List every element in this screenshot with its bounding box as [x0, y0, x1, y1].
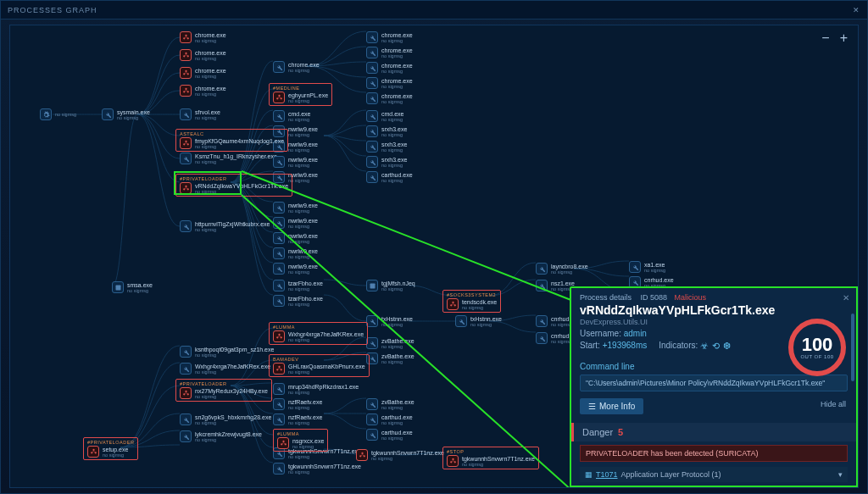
- process-node[interactable]: #SOCKS3SYSTEM2tendscdk.exeno sigmsg: [442, 290, 501, 313]
- gear-icon: [40, 108, 52, 120]
- score-value: 100: [802, 336, 833, 354]
- process-node[interactable]: chrome.exeno sigmsg: [366, 62, 413, 74]
- process-node[interactable]: #PRIVATELOADERsetup.exeno sigmsg: [83, 437, 138, 460]
- wrench-icon: [366, 62, 378, 74]
- haz-icon: [447, 298, 459, 310]
- close-icon[interactable]: ✕: [853, 6, 860, 14]
- wrench-icon: [366, 429, 378, 441]
- process-node[interactable]: mrup34hdRpRkzdrax1.exeno sigmsg: [273, 383, 359, 395]
- process-node[interactable]: nzfRaetv.exeno sigmsg: [273, 398, 322, 410]
- process-node[interactable]: txHstnn.exeno sigmsg: [455, 315, 502, 327]
- process-node[interactable]: chrome.exeno sigmsg: [366, 77, 413, 89]
- wrench-icon: [536, 315, 548, 327]
- process-node[interactable]: smsa.exeno sigmsg: [112, 281, 153, 293]
- process-node[interactable]: #LUMMAnsgrxcx.exeno sigmsg: [273, 429, 328, 452]
- wrench-icon: [273, 110, 285, 122]
- svg-rect-0: [115, 285, 120, 290]
- process-node[interactable]: chrome.exeno sigmsg: [180, 49, 226, 61]
- process-node[interactable]: #STOPtgkwunnhSnvwrn7T1nz.exeno sigmsg: [442, 447, 539, 469]
- zoom-in-button[interactable]: +: [840, 31, 848, 46]
- haz-icon: [356, 449, 368, 461]
- process-node[interactable]: sysmain.exeno sigmsg: [102, 108, 150, 120]
- wrench-icon: [180, 363, 192, 375]
- haz-icon: [180, 49, 192, 61]
- process-node[interactable]: chrome.exeno sigmsg: [180, 67, 226, 79]
- process-node[interactable]: tzarFbho.exeno sigmsg: [273, 280, 323, 291]
- process-node[interactable]: chrome.exeno sigmsg: [366, 31, 413, 43]
- graph-canvas[interactable]: − + no sigmsgsysmain.exeno sigmsgchrome.…: [9, 25, 859, 488]
- process-node[interactable]: tgkwunnhSnvwrn7T1nz.exeno sigmsg: [273, 463, 361, 475]
- process-node[interactable]: chrome.exeno sigmsg: [366, 92, 413, 104]
- process-node[interactable]: nwrlw9.exeno sigmsg: [273, 247, 318, 259]
- mitre-id[interactable]: T1071: [596, 470, 618, 479]
- process-node[interactable]: chrome.exeno sigmsg: [366, 47, 413, 58]
- process-node[interactable]: cmd.exeno sigmsg: [273, 110, 310, 122]
- scrollbar-thumb[interactable]: [851, 314, 854, 381]
- process-node[interactable]: nwrlw9.exeno sigmsg: [273, 202, 318, 214]
- process-node[interactable]: chrome.exeno sigmsg: [180, 31, 226, 43]
- process-node[interactable]: carthud.exeno sigmsg: [366, 414, 413, 425]
- wrench-icon: [366, 110, 378, 122]
- wrench-icon: [536, 332, 548, 344]
- chevron-down-icon: ▾: [838, 470, 843, 479]
- process-node[interactable]: ksnthpoqt09gat3pm_sz1h.exeno sigmsg: [180, 346, 274, 358]
- commandline-value[interactable]: "C:\Users\admin\Pictures\Minor Policy\vR…: [580, 375, 848, 391]
- haz-icon: [273, 92, 285, 103]
- threat-score-ring: 100 OUT OF 100: [788, 319, 846, 376]
- process-node[interactable]: #PRIVATELOADERvRNddZqIkwaYVpHLFkGcr1Tk.e…: [175, 174, 292, 197]
- process-node[interactable]: #MEDLINEeghyurnPL.exeno sigmsg: [269, 83, 332, 106]
- process-node[interactable]: nwrlw9.exeno sigmsg: [273, 217, 318, 229]
- wrench-icon: [273, 156, 285, 168]
- matrix-icon: ▦: [585, 470, 593, 479]
- process-node[interactable]: httpurnvlTigZxjWhtkubrx.exeno sigmsg: [180, 220, 270, 232]
- process-node[interactable]: chrome.exeno sigmsg: [273, 61, 320, 73]
- process-node[interactable]: zvBathe.exeno sigmsg: [366, 337, 415, 349]
- process-node[interactable]: nwrlw9.exeno sigmsg: [273, 263, 318, 275]
- process-node[interactable]: xa1.exeno sigmsg: [629, 261, 665, 273]
- process-node[interactable]: lykcremhkZrewjvugt8.exeno sigmsg: [180, 430, 262, 442]
- wrench-icon: [366, 77, 378, 89]
- process-node[interactable]: sn2g6vpkS_hbxkmrhg28.exeno sigmsg: [180, 414, 271, 425]
- wrench-icon: [536, 263, 548, 275]
- process-node[interactable]: sfrvol.exeno sigmsg: [180, 108, 220, 120]
- process-node[interactable]: srxh3.exeno sigmsg: [366, 156, 407, 168]
- process-node[interactable]: zvBathe.exeno sigmsg: [366, 352, 415, 364]
- process-node[interactable]: txHstnn.exeno sigmsg: [366, 315, 413, 327]
- haz-icon: [180, 387, 192, 399]
- process-node[interactable]: ASTEALCfmypKfGQaume4xmNuqdog1.exeno sigm…: [175, 129, 288, 152]
- wrench-icon: [102, 108, 114, 120]
- danger-section[interactable]: Danger5: [571, 423, 856, 441]
- process-node[interactable]: nwrlw9.exeno sigmsg: [273, 232, 318, 244]
- process-node[interactable]: srxh3.exeno sigmsg: [366, 141, 407, 153]
- mitre-row[interactable]: ▦ T1071 Application Layer Protocol (1) ▾: [580, 467, 848, 482]
- process-node[interactable]: KsmzTnu_h1g_IRknzysher.exeno sigmsg: [180, 153, 277, 164]
- process-node[interactable]: layncbro8.exeno sigmsg: [536, 263, 588, 275]
- process-node[interactable]: tgjMfsh.nJeqno sigmsg: [366, 280, 415, 291]
- process-node[interactable]: nwrlw9.exeno sigmsg: [273, 156, 318, 168]
- process-node[interactable]: #PRIVATELOADERnx27MyRedux3y24HBy.exeno s…: [175, 379, 272, 402]
- wrench-icon: [180, 346, 192, 358]
- more-info-button[interactable]: ☰ More Info: [580, 398, 643, 414]
- process-node[interactable]: srxh3.exeno sigmsg: [366, 125, 407, 137]
- zoom-out-button[interactable]: −: [821, 31, 829, 46]
- wrench-icon: [273, 463, 285, 475]
- process-node[interactable]: no sigmsg: [40, 108, 76, 120]
- start-time: +193968ms: [603, 341, 648, 350]
- process-node[interactable]: Wxhgr4xrga7heJafKRex.exeno sigmsg: [180, 363, 270, 375]
- process-node[interactable]: cmd.exeno sigmsg: [366, 110, 403, 122]
- sync-icon: ⟲: [712, 341, 720, 352]
- process-node[interactable]: tgkwunnhSnvwrn7T1nz.exeno sigmsg: [356, 449, 444, 461]
- process-node[interactable]: #LUMMAWxhgr4xrga7heJafKRex.exeno sigmsg: [269, 322, 368, 345]
- box-icon: [112, 281, 124, 293]
- process-node[interactable]: carthud.exeno sigmsg: [366, 429, 413, 441]
- hide-all-button[interactable]: Hide all: [821, 400, 846, 408]
- process-node[interactable]: chrome.exeno sigmsg: [180, 85, 226, 97]
- process-node[interactable]: tzarFbho.exeno sigmsg: [273, 295, 323, 307]
- process-node[interactable]: BAMADEVGHLraxQoasmaKbPnurx.exeno sigmsg: [269, 354, 370, 377]
- process-node[interactable]: nzfRaetv.exeno sigmsg: [273, 414, 322, 425]
- verdict-badge: Malicious: [675, 293, 707, 302]
- process-node[interactable]: carthud.exeno sigmsg: [366, 171, 413, 183]
- process-node[interactable]: zvBathe.exeno sigmsg: [366, 398, 415, 410]
- wrench-icon: [536, 280, 548, 291]
- close-icon[interactable]: ✕: [843, 293, 849, 303]
